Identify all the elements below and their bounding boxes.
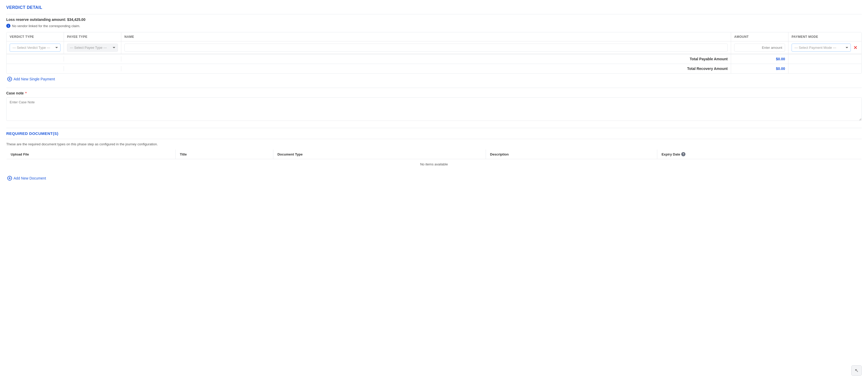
- verdict-type-cell: --- Select Verdict Type ---: [6, 41, 64, 54]
- recovery-empty-1: [6, 66, 64, 71]
- summary-empty-1: [6, 56, 64, 62]
- header-payment-mode: PAYMENT MODE: [788, 32, 862, 41]
- loss-reserve-row: Loss reserve outstanding amount: $34,425…: [6, 18, 862, 22]
- summary-empty-3: [788, 56, 862, 62]
- case-note-required-star: *: [25, 91, 27, 95]
- expiry-help-icon: ?: [681, 152, 685, 156]
- add-document-icon: +: [7, 176, 12, 181]
- no-items-text: No items available: [6, 159, 862, 170]
- add-document-label: Add New Document: [13, 176, 46, 180]
- summary-empty-2: [64, 56, 121, 62]
- payment-table: VERDICT TYPE PAYEE TYPE NAME AMOUNT PAYM…: [6, 32, 862, 74]
- add-document-row: + Add New Document: [6, 173, 862, 184]
- payee-type-select[interactable]: --- Select Payee Type ---: [67, 43, 118, 52]
- col-upload-file: Upload File: [6, 149, 176, 159]
- add-payment-icon: +: [7, 77, 12, 81]
- required-documents-section: REQUIRED DOCUMENT(S) These are the requi…: [6, 131, 862, 184]
- page-title: VERDICT DETAIL: [6, 5, 862, 10]
- documents-table: Upload File Title Document Type Descript…: [6, 149, 862, 170]
- total-payable-value: $0.00: [731, 54, 788, 64]
- expiry-header-wrapper: Expiry Date ?: [661, 152, 857, 156]
- total-recovery-value: $0.00: [731, 64, 788, 73]
- header-verdict-type: VERDICT TYPE: [6, 32, 64, 41]
- case-note-textarea[interactable]: [6, 97, 862, 121]
- payment-table-header: VERDICT TYPE PAYEE TYPE NAME AMOUNT PAYM…: [6, 32, 862, 41]
- case-note-label-row: Case note *: [6, 91, 862, 95]
- name-input[interactable]: [124, 43, 728, 52]
- delete-payment-button[interactable]: ✕: [852, 46, 858, 50]
- amount-input[interactable]: [734, 43, 785, 52]
- recovery-empty-3: [788, 66, 862, 71]
- col-document-type: Document Type: [273, 149, 486, 159]
- required-docs-title: REQUIRED DOCUMENT(S): [6, 131, 862, 136]
- add-new-single-payment-button[interactable]: + Add New Single Payment: [7, 77, 55, 81]
- case-note-section: Case note *: [6, 91, 862, 122]
- recovery-empty-2: [64, 66, 121, 71]
- total-recovery-row: Total Recovery Amount $0.00: [6, 64, 862, 73]
- add-payment-label: Add New Single Payment: [13, 77, 55, 81]
- mid-divider: [6, 88, 862, 88]
- header-payee-type: PAYEE TYPE: [64, 32, 121, 41]
- loss-reserve-label: Loss reserve outstanding amount:: [6, 18, 66, 22]
- no-items-row: No items available: [6, 159, 862, 170]
- payment-data-row: --- Select Verdict Type --- --- Select P…: [6, 41, 862, 54]
- payee-type-cell: --- Select Payee Type ---: [64, 41, 121, 54]
- docs-description: These are the required document types on…: [6, 142, 862, 146]
- total-recovery-label: Total Recovery Amount: [121, 64, 731, 73]
- add-payment-row: + Add New Single Payment: [6, 74, 862, 85]
- docs-divider: [6, 128, 862, 128]
- verdict-type-select[interactable]: --- Select Verdict Type ---: [10, 43, 61, 52]
- info-icon: i: [6, 24, 10, 28]
- header-name: NAME: [121, 32, 731, 41]
- vendor-notice-row: i No vendor linked for the corresponding…: [6, 24, 862, 28]
- vendor-notice-text: No vendor linked for the corresponding c…: [12, 24, 80, 28]
- amount-cell: [731, 41, 788, 54]
- payment-mode-cell: --- Select Payment Mode --- ✕: [788, 41, 862, 54]
- docs-table-header-row: Upload File Title Document Type Descript…: [6, 149, 862, 159]
- expiry-date-label: Expiry Date: [661, 152, 680, 156]
- total-payable-label: Total Payable Amount: [121, 54, 731, 64]
- header-amount: AMOUNT: [731, 32, 788, 41]
- case-note-label-text: Case note: [6, 91, 24, 95]
- loss-reserve-value: $34,425.00: [67, 18, 85, 22]
- payment-mode-select[interactable]: --- Select Payment Mode ---: [792, 43, 851, 52]
- col-title: Title: [176, 149, 273, 159]
- top-divider: [6, 14, 862, 14]
- add-new-document-button[interactable]: + Add New Document: [7, 176, 46, 181]
- total-payable-row: Total Payable Amount $0.00: [6, 54, 862, 64]
- col-description: Description: [486, 149, 657, 159]
- payment-mode-select-wrapper: --- Select Payment Mode ---: [792, 43, 851, 52]
- name-cell: [121, 41, 731, 54]
- col-expiry-date: Expiry Date ?: [657, 149, 862, 159]
